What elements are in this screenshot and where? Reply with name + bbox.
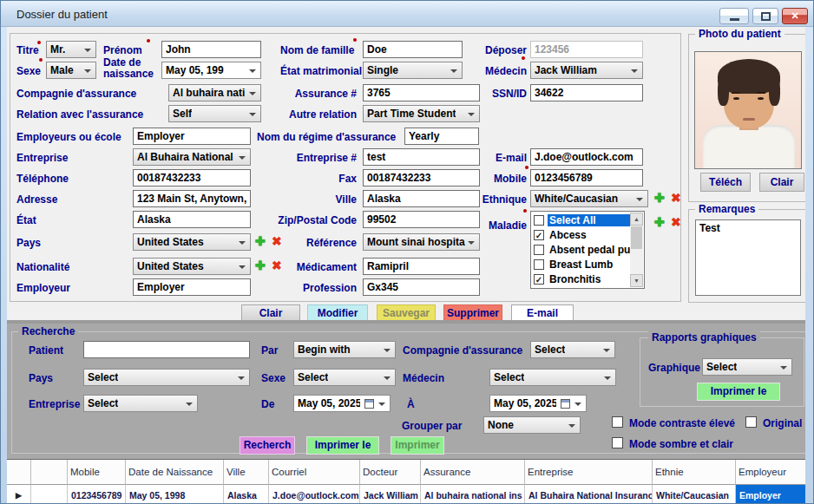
column-header[interactable]: Date de Naissance (126, 460, 224, 485)
table-cell[interactable]: Al Buhaira National Insurance (525, 485, 653, 504)
scrollbar-thumb[interactable] (631, 226, 642, 249)
search-patient-input[interactable] (83, 341, 250, 358)
table-cell[interactable]: Al buhaira national ins (421, 485, 525, 504)
medicament-input[interactable] (363, 258, 480, 275)
column-header[interactable]: Assurance (421, 460, 525, 485)
column-header[interactable]: Mobile (68, 460, 126, 485)
search-button[interactable]: Recherch (240, 436, 295, 455)
prenom-input[interactable] (161, 41, 261, 58)
search-compagnie-select[interactable]: Select (530, 341, 615, 358)
photo-clear-button[interactable]: Clair (759, 173, 804, 192)
checkbox-checked-icon[interactable]: ✓ (534, 274, 544, 285)
report-print-button[interactable]: Imprimer le (697, 383, 780, 401)
original-checkbox[interactable] (745, 416, 757, 428)
column-header[interactable]: Ville (224, 460, 269, 485)
scroll-down-icon[interactable]: ▼ (630, 274, 643, 287)
checkbox-unchecked-icon[interactable] (534, 245, 544, 255)
autre-relation-select[interactable]: Part Time Student (363, 105, 480, 122)
table-cell-selected[interactable]: Employer (736, 485, 809, 504)
nationalite-value: United States (137, 260, 204, 272)
photo-upload-button[interactable]: Téléch (700, 173, 751, 192)
ethnique-select[interactable]: White/Caucasian (530, 190, 648, 207)
graphique-select[interactable]: Select (702, 358, 792, 376)
column-header[interactable]: Entreprise (525, 460, 653, 485)
contrast-mode-checkbox[interactable] (612, 416, 623, 428)
maladie-option-label: Select All (548, 214, 630, 226)
table-cell[interactable] (31, 485, 68, 504)
maladie-scrollbar[interactable]: ▲ ▼ (630, 213, 643, 287)
column-header[interactable]: Courriel (269, 460, 360, 485)
maladie-option[interactable]: Absent pedal pu (532, 242, 630, 257)
etat-matrimonial-value: Single (367, 64, 398, 76)
close-button[interactable]: ✕ (782, 8, 808, 24)
remarks-textarea[interactable]: Test (695, 219, 801, 296)
mobile-input[interactable] (530, 169, 643, 187)
table-cell[interactable]: May 05, 1998 (126, 485, 224, 504)
column-header[interactable]: Employeur (736, 460, 809, 485)
medecin-select[interactable]: Jack William (530, 62, 643, 79)
print-button[interactable]: Imprimer (391, 436, 444, 455)
checkbox-unchecked-icon[interactable] (534, 259, 544, 270)
search-medecin-label: Médecin (403, 372, 444, 384)
zip-label: Zip/Postal Code (226, 214, 357, 226)
table-cell[interactable]: 0123456789 (68, 485, 126, 504)
table-cell[interactable]: Alaska (224, 485, 269, 504)
save-button[interactable]: Sauvegar (377, 304, 436, 322)
nom-famille-input[interactable] (363, 41, 463, 58)
row-selector-icon[interactable]: ▶ (7, 485, 31, 504)
search-entreprise-label: Entreprise (29, 398, 80, 410)
add-maladie-icon[interactable]: ✚ (654, 214, 665, 230)
date-naissance-label-1: Date de (103, 56, 141, 69)
dark-light-mode-checkbox[interactable] (612, 437, 623, 448)
remove-ethnique-icon[interactable]: ✖ (671, 190, 681, 206)
search-par-select[interactable]: Begin with (293, 341, 396, 358)
modify-button[interactable]: Modifier (307, 304, 368, 322)
email-input[interactable] (530, 148, 643, 166)
maladie-option-label: Abcess (548, 229, 630, 241)
chevron-down-icon (568, 424, 575, 428)
minimize-button[interactable] (719, 8, 749, 24)
search-de-datepicker[interactable]: May 05, 2025 (293, 395, 391, 412)
table-cell[interactable]: Jack William (360, 485, 421, 504)
reference-select[interactable]: Mount sinai hospital (363, 233, 480, 251)
maximize-button[interactable] (752, 8, 778, 24)
title-bar: Dossier du patient ✕ (1, 1, 813, 27)
column-header[interactable] (31, 460, 68, 485)
checkbox-checked-icon[interactable]: ✓ (534, 230, 544, 240)
add-ethnique-icon[interactable]: ✚ (654, 190, 665, 206)
regime-assurance-input[interactable] (404, 128, 479, 145)
titre-select[interactable]: Mr. (46, 41, 96, 58)
maladie-option[interactable]: Breast Lumb (532, 257, 630, 272)
search-medecin-select[interactable]: Select (489, 369, 616, 386)
maladie-option[interactable]: ✓Abcess (532, 227, 630, 242)
search-entreprise-select[interactable]: Select (83, 395, 198, 412)
maladie-option[interactable]: ✓Bronchitis (532, 272, 630, 286)
column-header[interactable]: Docteur (360, 460, 421, 485)
delete-button[interactable]: Supprimer (443, 304, 502, 322)
search-sexe-select[interactable]: Select (293, 369, 396, 386)
sexe-select[interactable]: Male (46, 62, 96, 79)
table-cell[interactable]: White/Caucasian (653, 485, 736, 504)
print-list-button[interactable]: Imprimer le (306, 436, 379, 455)
clear-button[interactable]: Clair (241, 304, 300, 322)
search-pays-select[interactable]: Select (83, 369, 250, 386)
column-header[interactable]: Ethnie (653, 460, 736, 485)
column-header[interactable] (7, 460, 31, 485)
medecin-label: Médecin (457, 65, 527, 77)
search-a-label: À (407, 398, 415, 410)
checkbox-unchecked-icon[interactable] (534, 215, 544, 226)
employeurs-ecole-input[interactable] (133, 128, 251, 145)
profession-input[interactable] (363, 278, 480, 296)
table-cell[interactable]: J.doe@outlock.com (269, 485, 360, 504)
ssn-input[interactable] (530, 84, 643, 101)
remove-maladie-icon[interactable]: ✖ (671, 214, 681, 230)
assurance-num-label: Assurance # (226, 88, 357, 100)
maladie-listbox[interactable]: Select All ✓Abcess Absent pedal pu Breas… (530, 211, 645, 289)
scroll-up-icon[interactable]: ▲ (630, 213, 643, 226)
email-button[interactable]: E-mail (511, 304, 574, 322)
date-naissance-select[interactable]: May 05, 199 (161, 62, 261, 79)
maladie-option[interactable]: Select All (532, 213, 630, 227)
grouper-select[interactable]: None (483, 416, 581, 434)
etat-matrimonial-select[interactable]: Single (363, 62, 463, 79)
search-a-datepicker[interactable]: May 05, 2025 (489, 395, 587, 412)
